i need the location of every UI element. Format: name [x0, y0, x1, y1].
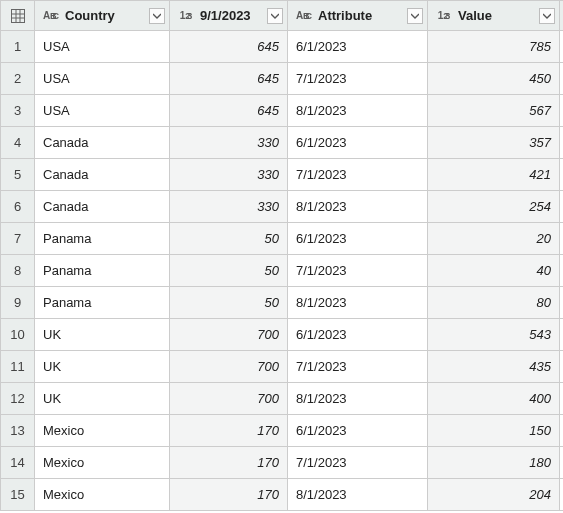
select-all-corner[interactable] — [1, 1, 35, 30]
row-number[interactable]: 9 — [1, 287, 35, 318]
cell[interactable]: 254 — [428, 191, 560, 222]
cell[interactable]: UK — [35, 319, 170, 350]
cell[interactable]: 435 — [428, 351, 560, 382]
filter-dropdown[interactable] — [149, 8, 165, 24]
cell[interactable]: Mexico — [35, 415, 170, 446]
cell[interactable]: 80 — [428, 287, 560, 318]
table-row[interactable]: 12UK7008/1/2023400 — [1, 383, 563, 415]
table-row[interactable]: 2USA6457/1/2023450 — [1, 63, 563, 95]
row-number[interactable]: 14 — [1, 447, 35, 478]
table-row[interactable]: 4Canada3306/1/2023357 — [1, 127, 563, 159]
row-number[interactable]: 7 — [1, 223, 35, 254]
row-number[interactable]: 8 — [1, 255, 35, 286]
cell[interactable]: Canada — [35, 159, 170, 190]
column-header-country[interactable]: ABC Country — [35, 1, 170, 30]
row-number[interactable]: 2 — [1, 63, 35, 94]
table-row[interactable]: 7Panama506/1/202320 — [1, 223, 563, 255]
cell[interactable]: 204 — [428, 479, 560, 510]
cell[interactable]: Canada — [35, 127, 170, 158]
row-number[interactable]: 1 — [1, 31, 35, 62]
row-number[interactable]: 10 — [1, 319, 35, 350]
chevron-down-icon — [411, 12, 419, 20]
table-row[interactable]: 9Panama508/1/202380 — [1, 287, 563, 319]
cell[interactable]: 8/1/2023 — [288, 95, 428, 126]
cell[interactable]: 450 — [428, 63, 560, 94]
cell[interactable]: 6/1/2023 — [288, 223, 428, 254]
cell[interactable]: 150 — [428, 415, 560, 446]
cell[interactable]: 785 — [428, 31, 560, 62]
cell[interactable]: 50 — [170, 287, 288, 318]
cell[interactable]: 543 — [428, 319, 560, 350]
cell[interactable]: Panama — [35, 255, 170, 286]
cell[interactable]: Canada — [35, 191, 170, 222]
table-row[interactable]: 11UK7007/1/2023435 — [1, 351, 563, 383]
cell[interactable]: 180 — [428, 447, 560, 478]
cell[interactable]: 7/1/2023 — [288, 447, 428, 478]
cell[interactable]: 170 — [170, 479, 288, 510]
column-header-attribute[interactable]: ABC Attribute — [288, 1, 428, 30]
cell[interactable]: 8/1/2023 — [288, 383, 428, 414]
table-row[interactable]: 6Canada3308/1/2023254 — [1, 191, 563, 223]
cell[interactable]: 6/1/2023 — [288, 415, 428, 446]
cell[interactable]: 7/1/2023 — [288, 159, 428, 190]
cell[interactable]: USA — [35, 63, 170, 94]
cell[interactable]: 170 — [170, 447, 288, 478]
cell[interactable]: 357 — [428, 127, 560, 158]
cell[interactable]: USA — [35, 95, 170, 126]
cell[interactable]: 330 — [170, 191, 288, 222]
cell[interactable]: UK — [35, 351, 170, 382]
row-number[interactable]: 15 — [1, 479, 35, 510]
cell[interactable]: 645 — [170, 95, 288, 126]
cell[interactable]: 170 — [170, 415, 288, 446]
table-row[interactable]: 14Mexico1707/1/2023180 — [1, 447, 563, 479]
filter-dropdown[interactable] — [539, 8, 555, 24]
cell[interactable]: 645 — [170, 31, 288, 62]
cell[interactable]: USA — [35, 31, 170, 62]
column-header-9-1-2023[interactable]: 123 9/1/2023 — [170, 1, 288, 30]
cell[interactable]: 700 — [170, 351, 288, 382]
cell[interactable]: 8/1/2023 — [288, 287, 428, 318]
table-row[interactable]: 3USA6458/1/2023567 — [1, 95, 563, 127]
cell[interactable]: 8/1/2023 — [288, 479, 428, 510]
cell[interactable]: 50 — [170, 223, 288, 254]
table-row[interactable]: 13Mexico1706/1/2023150 — [1, 415, 563, 447]
cell[interactable]: Mexico — [35, 447, 170, 478]
cell[interactable]: 330 — [170, 127, 288, 158]
cell[interactable]: 7/1/2023 — [288, 255, 428, 286]
cell[interactable]: 567 — [428, 95, 560, 126]
cell[interactable]: 6/1/2023 — [288, 319, 428, 350]
row-number[interactable]: 12 — [1, 383, 35, 414]
cell[interactable]: 330 — [170, 159, 288, 190]
row-number[interactable]: 6 — [1, 191, 35, 222]
cell[interactable]: 421 — [428, 159, 560, 190]
cell[interactable]: 6/1/2023 — [288, 31, 428, 62]
cell[interactable]: 400 — [428, 383, 560, 414]
row-number[interactable]: 3 — [1, 95, 35, 126]
cell[interactable]: 8/1/2023 — [288, 191, 428, 222]
cell[interactable]: UK — [35, 383, 170, 414]
table-row[interactable]: 10UK7006/1/2023543 — [1, 319, 563, 351]
cell[interactable]: 7/1/2023 — [288, 351, 428, 382]
cell[interactable]: 6/1/2023 — [288, 127, 428, 158]
cell[interactable]: 7/1/2023 — [288, 63, 428, 94]
cell[interactable]: 20 — [428, 223, 560, 254]
cell[interactable]: 50 — [170, 255, 288, 286]
cell[interactable]: Panama — [35, 223, 170, 254]
cell[interactable]: 645 — [170, 63, 288, 94]
column-header-value[interactable]: 123 Value — [428, 1, 560, 30]
table-row[interactable]: 15Mexico1708/1/2023204 — [1, 479, 563, 511]
cell[interactable]: Mexico — [35, 479, 170, 510]
row-number[interactable]: 11 — [1, 351, 35, 382]
row-number[interactable]: 13 — [1, 415, 35, 446]
cell[interactable]: 700 — [170, 383, 288, 414]
table-row[interactable]: 8Panama507/1/202340 — [1, 255, 563, 287]
table-row[interactable]: 5Canada3307/1/2023421 — [1, 159, 563, 191]
row-number[interactable]: 5 — [1, 159, 35, 190]
filter-dropdown[interactable] — [267, 8, 283, 24]
row-number[interactable]: 4 — [1, 127, 35, 158]
cell[interactable]: Panama — [35, 287, 170, 318]
cell[interactable]: 40 — [428, 255, 560, 286]
table-row[interactable]: 1USA6456/1/2023785 — [1, 31, 563, 63]
filter-dropdown[interactable] — [407, 8, 423, 24]
cell[interactable]: 700 — [170, 319, 288, 350]
